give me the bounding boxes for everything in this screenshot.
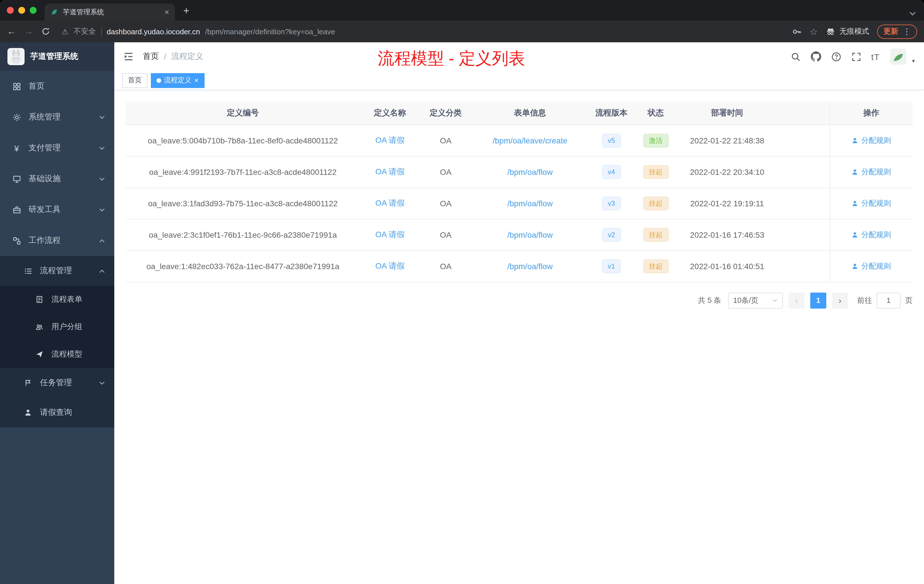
- sidebar-item-payment[interactable]: ¥ 支付管理: [0, 133, 114, 163]
- definition-name-link[interactable]: OA 请假: [375, 229, 405, 239]
- close-window-button[interactable]: [7, 7, 14, 14]
- search-icon[interactable]: [790, 52, 800, 61]
- definition-id: oa_leave:3:1fad3d93-7b75-11ec-a3c8-acde4…: [126, 187, 360, 219]
- version-badge[interactable]: v3: [602, 196, 620, 210]
- version-badge[interactable]: v4: [602, 165, 620, 178]
- url-path: /bpm/manager/definition?key=oa_leave: [205, 27, 335, 36]
- incognito-label: 无痕模式: [840, 26, 869, 36]
- form-link[interactable]: /bpm/oa/flow: [507, 230, 553, 239]
- sidebar-item-label: 首页: [28, 81, 45, 91]
- user-icon: [852, 262, 858, 269]
- tab-strip: 芋道管理系统 × +: [0, 0, 924, 21]
- chevron-down-icon: [99, 146, 105, 150]
- version-badge[interactable]: v2: [602, 228, 620, 241]
- assign-rule-label: 分配规则: [861, 229, 891, 240]
- browser-tab[interactable]: 芋道管理系统 ×: [45, 3, 175, 21]
- assign-rule-link[interactable]: 分配规则: [852, 167, 891, 177]
- back-icon[interactable]: ←: [7, 27, 16, 36]
- tab-search-icon[interactable]: [909, 12, 916, 16]
- page-size-value: 10条/页: [733, 295, 758, 305]
- sidebar-item-dev-tools[interactable]: 研发工具: [0, 194, 114, 225]
- assign-rule-link[interactable]: 分配规则: [852, 229, 891, 240]
- form-link[interactable]: /bpm/oa/flow: [507, 167, 553, 176]
- spacer-cell: [777, 219, 830, 250]
- spacer-cell: [777, 156, 830, 187]
- prev-page-button[interactable]: ‹: [789, 292, 805, 308]
- user-avatar[interactable]: [890, 49, 906, 64]
- fullscreen-icon[interactable]: [851, 52, 861, 61]
- definition-name-link[interactable]: OA 请假: [375, 135, 405, 144]
- app-logo[interactable]: 芋道管理系统: [0, 42, 114, 71]
- sidebar-item-infrastructure[interactable]: 基础设施: [0, 163, 114, 194]
- sidebar-item-process-manage[interactable]: 流程管理: [0, 256, 114, 286]
- address-bar[interactable]: ⚠ 不安全 dashboard.yudao.iocoder.cn /bpm/ma…: [62, 26, 784, 36]
- sidebar-item-process-form[interactable]: 流程表单: [0, 286, 114, 313]
- definition-name-link[interactable]: OA 请假: [375, 261, 405, 270]
- assign-rule-link[interactable]: 分配规则: [852, 135, 891, 145]
- help-icon[interactable]: [831, 52, 841, 61]
- next-page-button[interactable]: ›: [832, 292, 848, 308]
- table-row: oa_leave:5:004b710b-7b8a-11ec-8ef0-acde4…: [126, 125, 912, 156]
- chevron-down-icon: [772, 299, 778, 302]
- goto-page-input[interactable]: [876, 292, 901, 308]
- definition-id: oa_leave:5:004b710b-7b8a-11ec-8ef0-acde4…: [126, 125, 360, 156]
- sidebar-item-label: 流程模型: [51, 349, 82, 360]
- assign-rule-label: 分配规则: [861, 167, 891, 177]
- workflow-icon: [12, 236, 21, 245]
- version-badge[interactable]: v1: [602, 259, 620, 273]
- assign-rule-link[interactable]: 分配规则: [852, 261, 891, 271]
- forward-icon[interactable]: →: [24, 27, 33, 36]
- breadcrumb: 首页 / 流程定义: [143, 51, 203, 62]
- sidebar-item-label: 任务管理: [40, 378, 72, 388]
- password-key-icon[interactable]: [792, 26, 802, 36]
- tag-close-icon[interactable]: ×: [194, 77, 198, 84]
- status-badge: 激活: [643, 134, 668, 147]
- zoom-window-button[interactable]: [30, 7, 36, 14]
- page-size-select[interactable]: 10条/页: [728, 292, 783, 308]
- bookmark-star-icon[interactable]: ☆: [809, 26, 818, 37]
- version-badge[interactable]: v5: [602, 134, 620, 147]
- assign-rule-link[interactable]: 分配规则: [852, 198, 891, 208]
- new-tab-button[interactable]: +: [178, 3, 194, 19]
- sidebar-item-leave-query[interactable]: 请假查询: [0, 398, 114, 427]
- deploy-time: 2022-01-22 21:48:38: [677, 125, 777, 156]
- tab-close-icon[interactable]: ×: [165, 8, 169, 16]
- hamburger-icon[interactable]: [124, 51, 134, 62]
- form-link[interactable]: /bpm/oa/leave/create: [493, 136, 568, 145]
- col-header-status: 状态: [634, 102, 677, 125]
- monitor-icon: [12, 175, 21, 183]
- app-title: 芋道管理系统: [30, 51, 78, 62]
- form-link[interactable]: /bpm/oa/flow: [507, 199, 553, 208]
- tag-process-definition[interactable]: 流程定义 ×: [151, 73, 204, 88]
- toolbox-icon: [12, 205, 21, 214]
- browser-menu-icon[interactable]: ⋮: [903, 27, 911, 36]
- definition-name-link[interactable]: OA 请假: [375, 198, 405, 207]
- sidebar-item-user-group[interactable]: 用户分组: [0, 313, 114, 341]
- page-1-button[interactable]: 1: [810, 292, 826, 308]
- sidebar-item-home[interactable]: 首页: [0, 71, 114, 102]
- sidebar-item-workflow[interactable]: 工作流程: [0, 225, 114, 256]
- sidebar-item-task-manage[interactable]: 任务管理: [0, 368, 114, 398]
- definition-name-link[interactable]: OA 请假: [375, 167, 405, 176]
- pagination-goto: 前往 页: [857, 292, 912, 308]
- github-icon[interactable]: [810, 51, 821, 62]
- breadcrumb-home[interactable]: 首页: [143, 51, 159, 62]
- form-link[interactable]: /bpm/oa/flow: [507, 261, 553, 271]
- col-header-version: 流程版本: [589, 102, 634, 125]
- sidebar-item-process-model[interactable]: 流程模型: [0, 341, 114, 368]
- col-header-form: 表单信息: [472, 102, 589, 125]
- minimize-window-button[interactable]: [18, 7, 25, 14]
- sidebar-item-system[interactable]: 系统管理: [0, 102, 114, 133]
- reload-icon[interactable]: [41, 27, 50, 36]
- workflow-submenu: 流程管理 流程表单: [0, 256, 114, 427]
- app-shell: 芋道管理系统 首页 系统管理 ¥: [0, 42, 924, 584]
- incognito-indicator: 无痕模式: [826, 26, 869, 36]
- chevron-down-icon: [99, 177, 105, 181]
- tag-home[interactable]: 首页: [122, 73, 147, 88]
- font-size-icon[interactable]: tT: [871, 52, 880, 61]
- sidebar: 芋道管理系统 首页 系统管理 ¥: [0, 42, 114, 584]
- breadcrumb-separator: /: [164, 52, 166, 61]
- update-button[interactable]: 更新 ⋮: [877, 24, 917, 39]
- avatar-caret-icon[interactable]: ▾: [912, 58, 915, 64]
- list-icon: [23, 267, 33, 275]
